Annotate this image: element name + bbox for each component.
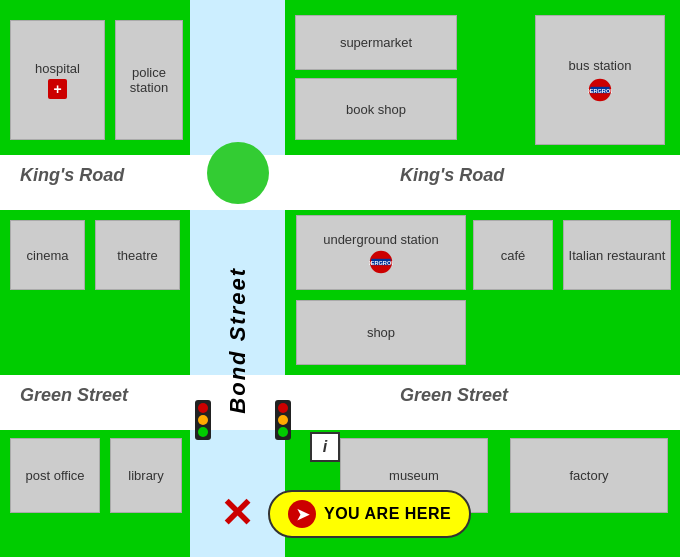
svg-text:UNDERGROUND: UNDERGROUND: [369, 260, 393, 266]
tube-icon-underground: UNDERGROUND: [369, 250, 393, 274]
x-mark: ✕: [220, 490, 254, 536]
info-sign[interactable]: i: [310, 432, 340, 462]
building-italian-restaurant: Italian restaurant: [563, 220, 671, 290]
kings-road-label-right: King's Road: [400, 165, 504, 186]
traffic-light-left: [195, 400, 211, 440]
you-are-here-banner: ➤ You Are Here: [268, 490, 471, 538]
building-book-shop: book shop: [295, 78, 457, 140]
green-street-label-left: Green Street: [20, 385, 128, 406]
info-icon-symbol: i: [323, 438, 327, 456]
building-post-office: post office: [10, 438, 100, 513]
tube-icon-bus: UNDERGROUND: [588, 78, 612, 102]
map-container: King's Road King's Road Green Street Gre…: [0, 0, 680, 557]
building-cafe: café: [473, 220, 553, 290]
kings-road-label-left: King's Road: [20, 165, 124, 186]
you-are-here-arrow: ➤: [288, 500, 316, 528]
building-police-station: police station: [115, 20, 183, 140]
svg-text:UNDERGROUND: UNDERGROUND: [588, 88, 612, 94]
you-are-here-text: You Are Here: [324, 505, 451, 523]
building-underground-station: underground station UNDERGROUND: [296, 215, 466, 290]
building-factory: factory: [510, 438, 668, 513]
building-theatre: theatre: [95, 220, 180, 290]
building-library: library: [110, 438, 182, 513]
bond-street-label: Bond Street: [205, 200, 270, 480]
traffic-light-right: [275, 400, 291, 440]
building-bus-station: bus station UNDERGROUND: [535, 15, 665, 145]
roundabout: [207, 142, 269, 204]
building-hospital: hospital +: [10, 20, 105, 140]
green-street-label-right: Green Street: [400, 385, 508, 406]
building-cinema: cinema: [10, 220, 85, 290]
cross-icon: +: [48, 79, 66, 99]
building-supermarket: supermarket: [295, 15, 457, 70]
building-shop: shop: [296, 300, 466, 365]
